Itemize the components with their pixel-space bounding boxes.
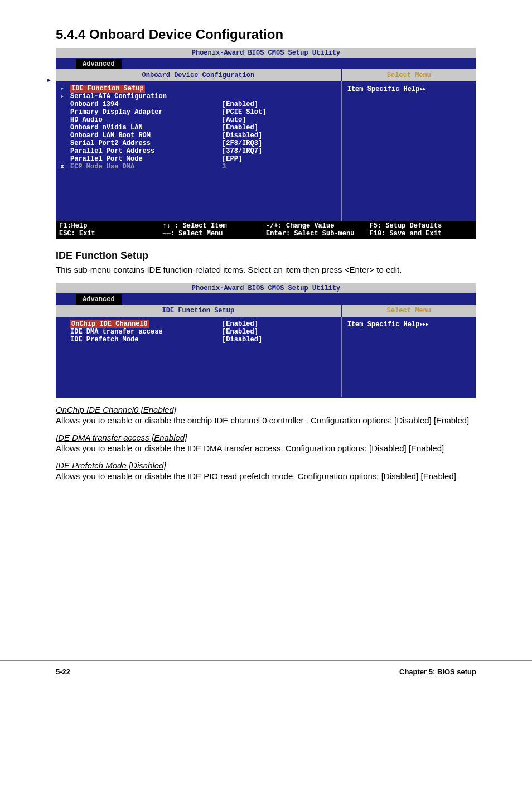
row-parallel-addr[interactable]: Parallel Port Address: [70, 147, 222, 155]
row-primary-display[interactable]: Primary Display Adapter: [70, 108, 222, 116]
bios-tabbar: Advanced: [56, 293, 476, 305]
row-lan-boot-rom[interactable]: Onboard LAN Boot ROM: [70, 132, 222, 139]
row-ide-function-setup[interactable]: IDE Function Setup: [70, 85, 145, 93]
footer-select-menu: →←: Select Menu: [163, 230, 223, 238]
bios-tabbar: Advanced: [56, 58, 476, 69]
val-ide-prefetch[interactable]: [Disabled]: [222, 336, 336, 344]
para-body: Allows you to enable or disable the IDE …: [56, 442, 476, 454]
para-body: Allows you to enable or disable the IDE …: [56, 470, 476, 482]
row-mark: x: [60, 163, 70, 171]
page-number: 5-22: [56, 668, 70, 676]
bios-title: Phoenix-Award BIOS CMOS Setup Utility: [56, 48, 476, 58]
ide-function-heading: IDE Function Setup: [56, 250, 476, 262]
row-parallel-mode[interactable]: Parallel Port Mode: [70, 155, 222, 163]
help-arrow-icon: [419, 321, 428, 328]
row-hd-audio[interactable]: HD Audio: [70, 116, 222, 124]
row-serial-ata[interactable]: Serial-ATA Configuration: [70, 93, 222, 100]
val-primary-display[interactable]: [PCIE Slot]: [222, 108, 336, 116]
footer-select-item: ↑↓ : Select Item: [163, 222, 227, 230]
val-onchip-ide0[interactable]: [Enabled]: [222, 320, 336, 328]
para-title: IDE Prefetch Mode [Disabled]: [56, 461, 476, 470]
row-serial-port2[interactable]: Serial Port2 Address: [70, 139, 222, 147]
bios-panel-onboard: Phoenix-Award BIOS CMOS Setup Utility Ad…: [56, 48, 476, 239]
row-onchip-ide0[interactable]: OnChip IDE Channel0: [70, 320, 149, 328]
footer-f10: F10: Save and Exit: [370, 230, 442, 238]
bios-select-menu-label: Select Menu: [342, 69, 476, 81]
bios-footer: F1:Help ESC: Exit ↑↓ : Select Item →←: S…: [56, 221, 476, 239]
bios-tab-advanced[interactable]: Advanced: [76, 294, 122, 305]
item-specific-help-label: Item Specific Help: [347, 321, 420, 328]
section-title: 5.4.4 Onboard Device Configuration: [56, 27, 476, 42]
footer-enter: Enter: Select Sub-menu: [266, 230, 354, 238]
bios-select-menu-label: Select Menu: [342, 305, 476, 317]
bios-panel-ide: Phoenix-Award BIOS CMOS Setup Utility Ad…: [56, 283, 476, 398]
item-specific-help-label: Item Specific Help: [347, 85, 420, 93]
val-parallel-mode[interactable]: [EPP]: [222, 155, 336, 163]
row-ide-prefetch[interactable]: IDE Prefetch Mode: [70, 336, 222, 344]
para-body: Allows you to enable or disable the onch…: [56, 414, 476, 426]
bios-tab-advanced[interactable]: Advanced: [76, 59, 122, 69]
outer-pointer-icon: ▸: [47, 76, 51, 84]
chapter-label: Chapter 5: BIOS setup: [399, 668, 476, 676]
row-ecp-dma: ECP Mode Use DMA: [70, 163, 222, 171]
row-ide-dma[interactable]: IDE DMA transfer access: [70, 328, 222, 336]
val-ide-dma[interactable]: [Enabled]: [222, 328, 336, 336]
val-nvidia-lan[interactable]: [Enabled]: [222, 124, 336, 132]
page-footer: 5-22 Chapter 5: BIOS setup: [0, 660, 532, 676]
footer-f5: F5: Setup Defaults: [370, 222, 442, 230]
para-title: IDE DMA transfer access [Enabled]: [56, 433, 476, 442]
ide-function-body: This sub-menu contains IDE function-rela…: [56, 264, 476, 276]
footer-esc: ESC: Exit: [59, 230, 95, 238]
para-title: OnChip IDE Channel0 [Enabled]: [56, 405, 476, 414]
val-hd-audio[interactable]: [Auto]: [222, 116, 336, 124]
submenu-arrow-icon: ▸: [60, 85, 70, 93]
val-serial-port2[interactable]: [2F8/IRQ3]: [222, 139, 336, 147]
val-lan-boot-rom[interactable]: [Disabled]: [222, 132, 336, 139]
val-onboard-1394[interactable]: [Enabled]: [222, 100, 336, 108]
footer-change-value: -/+: Change Value: [266, 222, 334, 230]
bios-panel-title: IDE Function Setup: [56, 305, 342, 317]
row-nvidia-lan[interactable]: Onboard nVidia LAN: [70, 124, 222, 132]
row-onboard-1394[interactable]: Onboard 1394: [70, 100, 222, 108]
submenu-arrow-icon: ▸: [60, 93, 70, 100]
bios-panel-title: Onboard Device Configuration: [56, 69, 342, 81]
help-arrow-icon: [419, 85, 425, 93]
val-ecp-dma: 3: [222, 163, 336, 171]
bios-title: Phoenix-Award BIOS CMOS Setup Utility: [56, 283, 476, 293]
val-parallel-addr[interactable]: [378/IRQ7]: [222, 147, 336, 155]
dashed-divider: [59, 397, 473, 398]
footer-f1: F1:Help: [59, 222, 87, 230]
